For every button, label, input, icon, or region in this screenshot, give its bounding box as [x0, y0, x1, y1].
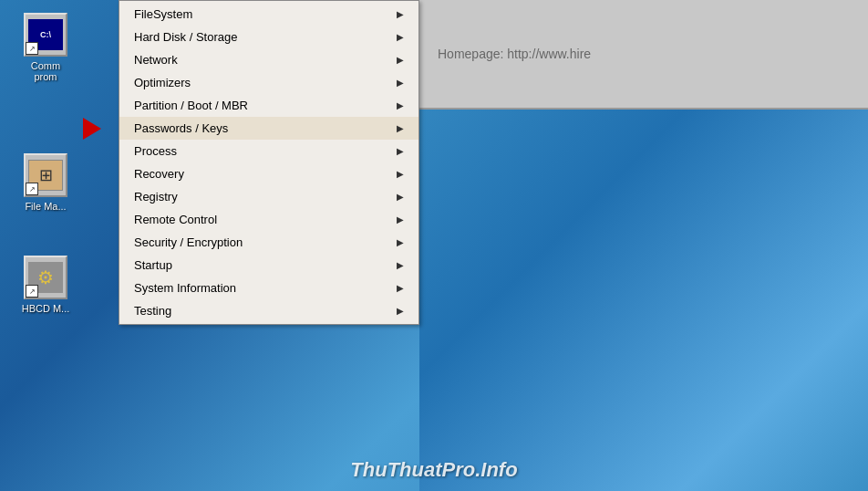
filemanager-icon-image: ⊞ ↗ [24, 153, 67, 197]
hbcd-icon-symbol: ⚙ [37, 266, 54, 288]
red-pointer-arrow [83, 118, 101, 140]
menu-item-sysinfo[interactable]: System Information▶ [119, 277, 418, 299]
filemanager-icon-text: File Ma... [25, 201, 66, 212]
context-menu: FileSystem▶Hard Disk / Storage▶Network▶O… [119, 0, 419, 325]
submenu-arrow-passwords: ▶ [397, 123, 404, 133]
menu-item-harddisk[interactable]: Hard Disk / Storage▶ [119, 26, 418, 48]
menu-item-optimizers[interactable]: Optimizers▶ [119, 71, 418, 94]
menu-item-security[interactable]: Security / Encryption▶ [119, 231, 418, 254]
menu-item-label-remotecontrol: Remote Control [134, 213, 388, 226]
menu-item-recovery[interactable]: Recovery▶ [119, 162, 418, 185]
menu-item-network[interactable]: Network▶ [119, 48, 418, 71]
menu-item-startup[interactable]: Startup▶ [119, 254, 418, 277]
menu-item-remotecontrol[interactable]: Remote Control▶ [119, 208, 418, 231]
menu-item-label-partition: Partition / Boot / MBR [134, 99, 388, 112]
submenu-arrow-partition: ▶ [397, 100, 404, 110]
menu-item-partition[interactable]: Partition / Boot / MBR▶ [119, 94, 418, 117]
submenu-arrow-sysinfo: ▶ [397, 283, 404, 293]
filemanager-icon-symbol: ⊞ [39, 165, 53, 185]
submenu-arrow-registry: ▶ [397, 192, 404, 202]
desktop: Homepage: http://www.hire C:\ ↗ Commprom… [0, 0, 868, 491]
submenu-arrow-process: ▶ [397, 146, 404, 156]
cmd-icon-label: C:\ [40, 30, 51, 39]
menu-item-process[interactable]: Process▶ [119, 140, 418, 162]
menu-item-filesystem[interactable]: FileSystem▶ [119, 3, 418, 26]
cmd-icon-image: C:\ ↗ [24, 13, 67, 57]
menu-item-passwords[interactable]: Passwords / Keys▶ [119, 117, 418, 140]
menu-item-label-harddisk: Hard Disk / Storage [134, 30, 388, 44]
hbcd-icon-image: ⚙ ↗ [24, 256, 67, 299]
menu-item-label-recovery: Recovery [134, 167, 388, 181]
hbcd-icon[interactable]: ⚙ ↗ HBCD M... [5, 252, 87, 318]
menu-item-label-passwords: Passwords / Keys [134, 121, 388, 135]
menu-item-label-registry: Registry [134, 190, 388, 204]
filemanager-icon[interactable]: ⊞ ↗ File Ma... [5, 150, 87, 215]
menu-item-label-optimizers: Optimizers [134, 76, 388, 89]
hbcd-shortcut-arrow: ↗ [26, 285, 38, 298]
submenu-arrow-optimizers: ▶ [397, 78, 404, 88]
submenu-arrow-remotecontrol: ▶ [397, 214, 404, 225]
homepage-bar: Homepage: http://www.hire [419, 0, 868, 110]
submenu-arrow-network: ▶ [397, 55, 404, 65]
submenu-arrow-harddisk: ▶ [397, 32, 404, 42]
homepage-text: Homepage: http://www.hire [438, 47, 591, 61]
cmd-shortcut-arrow: ↗ [26, 42, 38, 55]
hbcd-icon-text: HBCD M... [22, 303, 70, 314]
right-panel: Homepage: http://www.hire [419, 0, 868, 491]
menu-item-label-filesystem: FileSystem [134, 7, 388, 21]
menu-item-label-network: Network [134, 53, 388, 67]
submenu-arrow-startup: ▶ [397, 260, 404, 270]
menu-item-label-sysinfo: System Information [134, 281, 388, 295]
menu-item-registry[interactable]: Registry▶ [119, 185, 418, 208]
filemanager-shortcut-arrow: ↗ [26, 183, 38, 195]
cmd-icon[interactable]: C:\ ↗ Commprom [5, 9, 87, 86]
menu-item-testing[interactable]: Testing▶ [119, 299, 418, 322]
menu-item-label-process: Process [134, 144, 388, 158]
submenu-arrow-testing: ▶ [397, 306, 404, 316]
menu-item-label-startup: Startup [134, 258, 388, 272]
menu-item-label-security: Security / Encryption [134, 235, 388, 249]
submenu-arrow-security: ▶ [397, 237, 404, 247]
desktop-icons-area: C:\ ↗ Commprom ⊞ ↗ File Ma... ⚙ ↗ [0, 0, 109, 491]
menu-item-label-testing: Testing [134, 304, 388, 318]
submenu-arrow-filesystem: ▶ [397, 9, 404, 19]
cmd-icon-text: Commprom [31, 60, 60, 82]
submenu-arrow-recovery: ▶ [397, 169, 404, 179]
